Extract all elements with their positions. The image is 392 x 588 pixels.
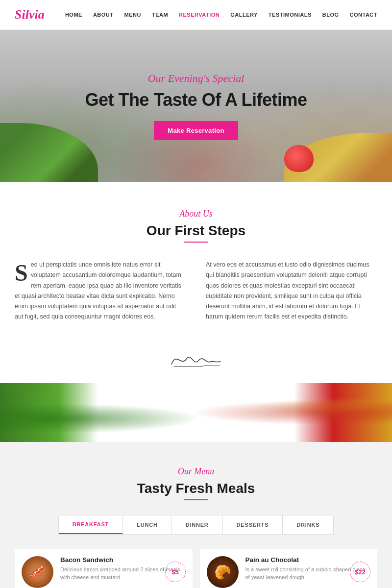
signature-area <box>15 342 377 373</box>
menu-section: Our Menu Tasty Fresh Meals BREAKFASTLUNC… <box>0 442 392 588</box>
about-text-1: Sed ut perspiciatis unde omnis iste natu… <box>15 260 186 322</box>
nav-link-about[interactable]: ABOUT <box>93 12 114 18</box>
menu-title: Tasty Fresh Meals <box>15 481 377 496</box>
hero-section: Our Evening's Special Get The Taste Of A… <box>0 30 392 182</box>
food-band-inner <box>0 383 392 442</box>
nav-link-team[interactable]: TEAM <box>152 12 168 18</box>
about-col-2: At vero eos et accusamus et iusto odio d… <box>206 260 377 322</box>
menu-item-image: 🥓 <box>22 556 53 588</box>
nav-link-blog[interactable]: BLOG <box>322 12 339 18</box>
menu-item-image: 🥐 <box>207 556 239 588</box>
hero-content: Our Evening's Special Get The Taste Of A… <box>85 72 307 140</box>
menu-item-price: $22 <box>350 562 370 582</box>
about-divider <box>184 242 208 243</box>
menu-item-price: $5 <box>165 562 186 582</box>
hero-tomato-decoration <box>284 145 314 172</box>
nav-link-menu[interactable]: MENU <box>124 12 141 18</box>
menu-item-name: Pain au Chocolat <box>245 556 371 564</box>
about-section: About Us Our First Steps Sed ut perspici… <box>0 182 392 373</box>
about-title: Our First Steps <box>15 223 377 239</box>
menu-item: 🥓Bacon SandwichDelicious bacon wrapped a… <box>15 549 193 588</box>
food-icon: 🥓 <box>29 564 46 580</box>
nav-link-home[interactable]: HOME <box>65 12 82 18</box>
about-col-1: Sed ut perspiciatis unde omnis iste natu… <box>15 260 186 322</box>
hero-subtitle: Our Evening's Special <box>85 72 307 85</box>
site-logo[interactable]: Silvia <box>15 7 45 22</box>
navbar: Silvia HOMEABOUTMENUTEAMRESERVATIONGALLE… <box>0 0 392 30</box>
nav-links: HOMEABOUTMENUTEAMRESERVATIONGALLERYTESTI… <box>65 12 377 18</box>
nav-link-gallery[interactable]: GALLERY <box>230 12 258 18</box>
menu-divider <box>184 499 208 500</box>
food-icon: 🥐 <box>214 564 231 580</box>
about-columns: Sed ut perspiciatis unde omnis iste natu… <box>15 260 377 322</box>
menu-tab-drinks[interactable]: DRINKS <box>283 515 333 534</box>
menu-item: 🥐Pain au ChocolatIs a sweet roll consist… <box>200 549 378 588</box>
menu-tab-breakfast[interactable]: BREAKFAST <box>59 515 123 534</box>
nav-link-reservation[interactable]: RESERVATION <box>179 12 220 18</box>
menu-tab-desserts[interactable]: DESSERTS <box>223 515 283 534</box>
reservation-button[interactable]: Make Reservation <box>154 121 238 140</box>
hero-title: Get The Taste Of A Lifetime <box>85 90 307 110</box>
menu-tab-dinner[interactable]: DINNER <box>172 515 223 534</box>
menu-tabs: BREAKFASTLUNCHDINNERDESSERTSDRINKS <box>58 515 334 535</box>
menu-subtitle: Our Menu <box>15 466 377 477</box>
menu-item-name: Bacon Sandwich <box>60 556 186 564</box>
about-text-2: At vero eos et accusamus et iusto odio d… <box>206 260 377 322</box>
nav-link-contact[interactable]: CONTACT <box>350 12 377 18</box>
nav-link-testimonials[interactable]: TESTIMONIALS <box>269 12 312 18</box>
about-subtitle: About Us <box>15 209 377 219</box>
food-band <box>0 383 392 442</box>
menu-grid: 🥓Bacon SandwichDelicious bacon wrapped a… <box>15 549 377 588</box>
signature-icon <box>167 347 225 371</box>
menu-tab-lunch[interactable]: LUNCH <box>123 515 172 534</box>
